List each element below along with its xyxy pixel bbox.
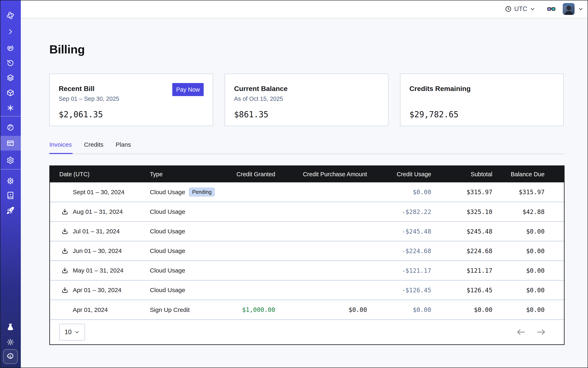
recent-bill-card: Recent Bill Sep 01 – Sep 30, 2025 $2,061…: [49, 74, 213, 126]
table-row: Apr 01 – 30, 2024 Cloud Usage -$126.45 $…: [50, 280, 564, 300]
settings-gear-icon[interactable]: [0, 154, 21, 167]
package-cube-icon[interactable]: [0, 86, 21, 99]
sidebar-expand-chevron-right-icon[interactable]: [0, 25, 21, 38]
invoice-type: Cloud Usage: [150, 189, 185, 196]
pagination-controls: [516, 328, 546, 336]
avatar[interactable]: [563, 3, 575, 15]
credit-purchase-value: [275, 221, 367, 241]
credit-usage-value: -$224.68: [367, 241, 431, 261]
invoice-date: Aug 01 – 31, 2024: [73, 208, 123, 215]
rocket-icon[interactable]: [0, 204, 21, 217]
subtotal-value: $325.10: [431, 202, 492, 221]
pay-now-button[interactable]: Pay Now: [172, 83, 204, 96]
card-amount: $29,782.65: [409, 110, 554, 119]
table-row: Aug 01 – 31, 2024 Cloud Usage -$282.22 $…: [50, 202, 564, 221]
gauge-icon[interactable]: [0, 121, 21, 134]
table-row: Apr 01, 2024 Sign Up Credit $1,000.00 $0…: [50, 300, 564, 320]
page-size-value: 10: [65, 328, 72, 336]
sidebar-item-billing[interactable]: [0, 136, 21, 151]
subtotal-value: $126.45: [431, 280, 492, 300]
chevron-down-icon: [74, 330, 80, 335]
invoice-date: Apr 01 – 30, 2024: [73, 287, 121, 294]
credit-usage-value: -$245.48: [367, 221, 431, 241]
page-size-select[interactable]: 10: [59, 324, 85, 340]
scan-eye-icon[interactable]: [0, 41, 21, 55]
col-credit-usage: Credit Usage: [367, 166, 431, 182]
invoice-type: Cloud Usage: [150, 248, 185, 254]
credit-granted-value: [229, 280, 275, 300]
col-date: Date (UTC): [50, 166, 150, 182]
credit-granted-value: [229, 202, 275, 221]
clock-icon: [505, 6, 512, 12]
card-subtitle: As of Oct 15, 2025: [234, 95, 379, 103]
tab-invoices[interactable]: Invoices: [49, 141, 72, 154]
col-balance-due: Balance Due: [492, 166, 564, 182]
sun-icon[interactable]: [0, 336, 21, 349]
next-page-arrow-icon[interactable]: [537, 328, 546, 336]
credit-usage-value: -$121.17: [367, 261, 431, 280]
credit-usage-value: $0.00: [367, 182, 431, 202]
table-row: Jul 01 – 31, 2024 Cloud Usage -$245.48 $…: [50, 221, 564, 241]
col-credit-granted: Credit Granted: [229, 166, 275, 182]
credit-purchase-value: [275, 261, 367, 280]
credit-usage-value: $0.00: [367, 300, 431, 320]
sidebar-divider: [0, 169, 21, 169]
credit-usage-value: -$282.22: [367, 202, 431, 221]
layers-icon[interactable]: [0, 71, 21, 84]
dollar-badge-button[interactable]: $: [3, 349, 18, 364]
col-subtotal: Subtotal: [431, 166, 492, 182]
logo-orbit-icon[interactable]: [0, 9, 21, 22]
card-amount: $861.35: [234, 110, 379, 119]
tab-plans[interactable]: Plans: [116, 141, 132, 154]
credit-purchase-value: $0.00: [275, 300, 367, 320]
summary-cards: Recent Bill Sep 01 – Sep 30, 2025 $2,061…: [49, 74, 565, 126]
table-row: Jun 01 – 30, 2024 Cloud Usage -$224.68 $…: [50, 241, 564, 261]
card-subtitle: [409, 95, 554, 103]
balance-due-value: $42.88: [492, 202, 564, 221]
download-invoice-icon[interactable]: [61, 228, 68, 235]
col-credit-purchase: Credit Purchase Amount: [275, 166, 367, 182]
book-sparkles-icon[interactable]: [0, 189, 21, 202]
chevron-down-icon: [530, 6, 535, 12]
invoice-type: Sign Up Credit: [150, 306, 190, 313]
col-type: Type: [150, 166, 229, 182]
glasses-icon[interactable]: [547, 4, 556, 13]
invoices-table: Date (UTC) Type Credit Granted Credit Pu…: [49, 166, 565, 345]
sidebar: $: [0, 0, 21, 368]
prev-page-arrow-icon[interactable]: [516, 328, 526, 336]
download-invoice-icon[interactable]: [61, 208, 68, 215]
subtotal-value: $224.68: [431, 241, 492, 261]
download-spacer: [61, 189, 68, 196]
credit-usage-value: -$126.45: [367, 280, 431, 300]
balance-due-value: $0.00: [492, 221, 564, 241]
download-invoice-icon[interactable]: [61, 248, 68, 254]
table-footer: 10: [50, 320, 564, 344]
user-menu-chevron-down-icon[interactable]: [578, 6, 584, 12]
download-invoice-icon[interactable]: [61, 267, 68, 274]
balance-due-value: $0.00: [492, 261, 564, 280]
svg-text:$: $: [9, 355, 12, 359]
timezone-selector[interactable]: UTC: [505, 5, 535, 13]
helm-wheel-icon[interactable]: [0, 175, 21, 187]
invoice-type: Cloud Usage: [150, 287, 185, 293]
invoice-date: Apr 01, 2024: [73, 306, 108, 313]
timezone-label: UTC: [514, 5, 527, 13]
subtotal-value: $121.17: [431, 261, 492, 280]
page-title: Billing: [49, 18, 588, 56]
asterisk-icon[interactable]: [0, 101, 21, 114]
tab-credits[interactable]: Credits: [84, 141, 104, 154]
card-subtitle: Sep 01 – Sep 30, 2025: [59, 95, 204, 103]
card-title: Current Balance: [234, 85, 379, 93]
invoice-type: Cloud Usage: [150, 267, 185, 274]
credit-purchase-value: [275, 280, 367, 300]
invoice-date: Jun 01 – 30, 2024: [73, 248, 122, 254]
download-invoice-icon[interactable]: [61, 287, 68, 294]
credit-purchase-value: [275, 241, 367, 261]
flask-icon[interactable]: [0, 321, 21, 333]
history-timer-icon[interactable]: [0, 56, 21, 70]
credit-purchase-value: [275, 182, 367, 202]
card-title: Credits Remaining: [409, 85, 554, 93]
download-spacer: [61, 306, 68, 313]
topbar: UTC: [21, 0, 588, 18]
table-row: May 01 – 31, 2024 Cloud Usage -$121.17 $…: [50, 261, 564, 280]
